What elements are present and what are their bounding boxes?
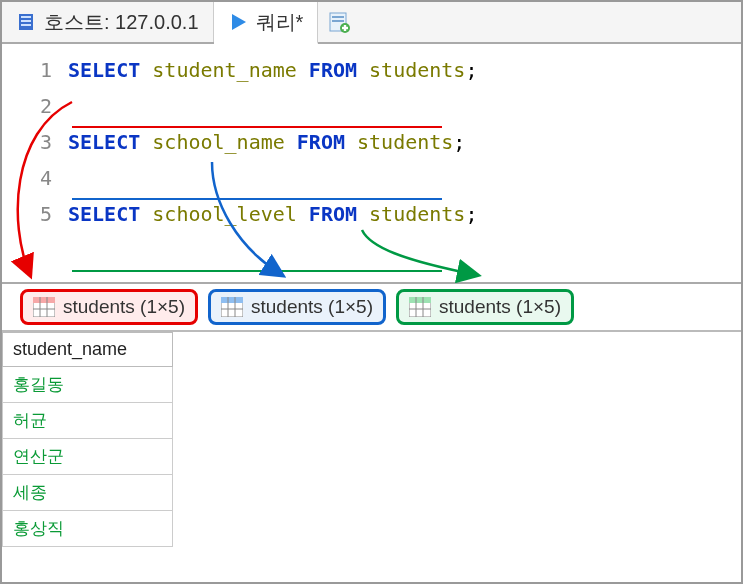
table-row[interactable]: 세종 [3,475,173,511]
line-number: 3 [2,124,62,160]
svg-rect-22 [409,297,431,303]
table-icon [33,297,55,317]
query-tab-label: 쿼리* [256,9,304,36]
code-area[interactable]: SELECT student_name FROM students;SELECT… [68,44,741,282]
app-tab-bar: 호스트: 127.0.0.1 쿼리* [2,2,741,44]
svg-rect-12 [33,297,55,303]
line-number: 1 [2,52,62,88]
code-line[interactable]: SELECT student_name FROM students; [68,52,741,88]
cell[interactable]: 홍길동 [3,367,173,403]
query2-underline [72,198,442,200]
cell[interactable]: 홍상직 [3,511,173,547]
svg-rect-7 [332,20,344,22]
svg-rect-2 [21,20,31,22]
result-tab-3[interactable]: students (1×5) [396,289,574,325]
query-tab[interactable]: 쿼리* [214,2,319,44]
query3-underline [72,270,442,272]
cell[interactable]: 연산군 [3,439,173,475]
table-icon [409,297,431,317]
line-gutter: 12345 [2,44,62,282]
result-panel: student_name 홍길동허균연산군세종홍상직 [2,332,741,582]
table-row[interactable]: 허균 [3,403,173,439]
table-row[interactable]: 연산군 [3,439,173,475]
code-line[interactable] [68,160,741,196]
cell[interactable]: 세종 [3,475,173,511]
run-icon [228,12,248,32]
result-tab-bar: students (1×5)students (1×5)students (1×… [2,284,741,332]
result-tab-label: students (1×5) [439,296,561,318]
svg-rect-3 [21,24,31,26]
line-number: 5 [2,196,62,232]
result-tab-1[interactable]: students (1×5) [20,289,198,325]
code-line[interactable]: SELECT school_name FROM students; [68,124,741,160]
result-tab-2[interactable]: students (1×5) [208,289,386,325]
svg-rect-17 [221,297,243,303]
host-tab[interactable]: 호스트: 127.0.0.1 [2,2,214,42]
code-line[interactable]: SELECT school_level FROM students; [68,196,741,232]
result-tab-label: students (1×5) [251,296,373,318]
line-number: 2 [2,88,62,124]
new-query-tab-button[interactable] [318,2,360,42]
svg-rect-1 [21,16,31,18]
svg-marker-4 [232,14,246,30]
sql-editor[interactable]: 12345 SELECT student_name FROM students;… [2,44,741,284]
code-line[interactable] [68,88,741,124]
host-tab-label: 호스트: 127.0.0.1 [44,9,199,36]
table-row[interactable]: 홍상직 [3,511,173,547]
query1-underline [72,126,442,128]
line-number: 4 [2,160,62,196]
svg-rect-6 [332,16,344,18]
table-row[interactable]: 홍길동 [3,367,173,403]
host-icon [16,12,36,32]
column-header[interactable]: student_name [3,333,173,367]
cell[interactable]: 허균 [3,403,173,439]
result-table: student_name 홍길동허균연산군세종홍상직 [2,332,173,547]
table-icon [221,297,243,317]
result-tab-label: students (1×5) [63,296,185,318]
svg-rect-10 [342,27,348,29]
